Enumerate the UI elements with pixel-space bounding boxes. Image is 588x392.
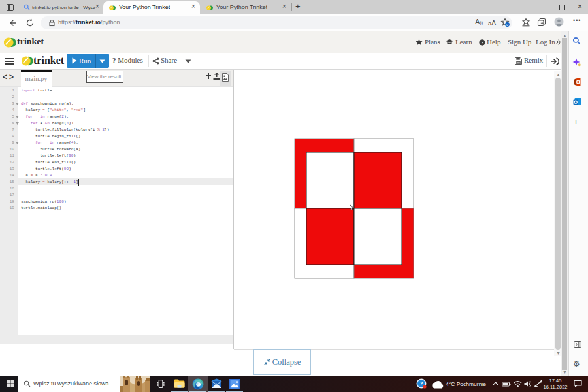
svg-text:?: ? xyxy=(481,41,483,46)
svg-text:?: ? xyxy=(420,380,423,387)
svg-text:0: 0 xyxy=(506,23,508,27)
